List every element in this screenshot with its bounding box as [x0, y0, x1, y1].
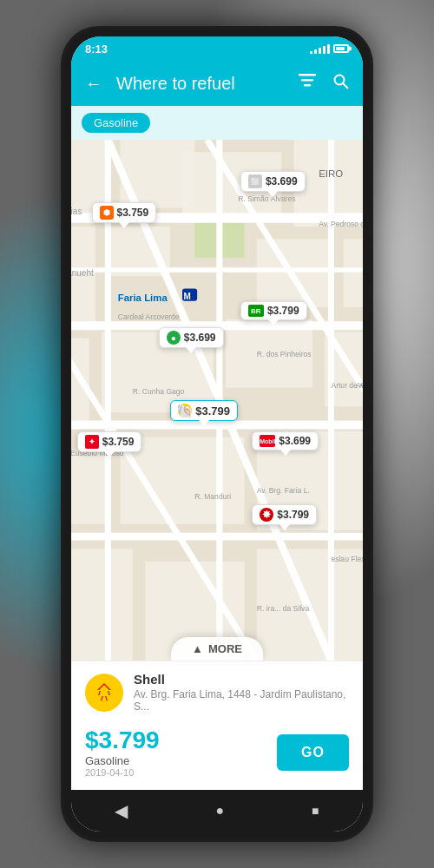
price-pin-5[interactable]: 🐚 $3.799	[170, 400, 238, 421]
svg-point-3	[335, 75, 345, 84]
nav-home-button[interactable]: ●	[194, 796, 245, 825]
svg-rect-2	[304, 84, 311, 87]
back-button[interactable]: ←	[82, 70, 106, 97]
status-icons	[310, 43, 349, 54]
pin-price-2: $3.699	[266, 175, 298, 187]
fuel-type: Gasoline	[85, 754, 277, 767]
station-address: Av. Brg. Faria Lima, 1448 - Jardim Pauli…	[134, 688, 349, 713]
pin-price-1: $3.759	[117, 207, 149, 219]
nav-recent-button[interactable]: ■	[291, 797, 339, 825]
go-button[interactable]: GO	[277, 734, 349, 771]
price-row: $3.799 Gasoline 2019-04-10 GO	[71, 720, 363, 790]
pin-logo-3: ●	[167, 331, 181, 345]
signal-icon	[310, 43, 330, 54]
filter-bar: Gasoline	[71, 106, 363, 140]
pin-logo-4: BR	[248, 305, 264, 317]
svg-text:Faria Lima: Faria Lima	[118, 293, 168, 303]
nav-bar: ◀ ● ■	[71, 790, 363, 832]
pin-price-5: $3.799	[195, 404, 230, 418]
svg-text:R. Manduri: R. Manduri	[194, 492, 231, 501]
price-pin-3[interactable]: ● $3.699	[159, 327, 224, 348]
header: ← Where to refuel	[71, 61, 363, 106]
pin-logo-5: 🐚	[178, 404, 192, 418]
pin-logo-2: ⬜	[248, 174, 262, 188]
battery-fill	[336, 47, 345, 50]
svg-text:Av. Rebouças: Av. Rebouças	[356, 381, 363, 390]
pin-price-6: $3.759	[102, 436, 135, 448]
phone-frame: 8:13 ← Where to refuel	[61, 26, 373, 842]
pin-price-7: $3.699	[279, 435, 311, 447]
svg-text:Av. Brg. Faria L.: Av. Brg. Faria L.	[257, 486, 310, 495]
svg-text:Cardeal Arcoverde: Cardeal Arcoverde	[118, 312, 180, 321]
svg-text:M: M	[183, 292, 190, 301]
pin-price-4: $3.799	[267, 305, 299, 317]
station-info: Shell Av. Brg. Faria Lima, 1448 - Jardim…	[71, 661, 363, 720]
battery-icon	[333, 44, 349, 53]
pin-logo-1: ⬢	[100, 206, 114, 220]
price-value: $3.799	[85, 727, 277, 754]
svg-text:Av. Pedroso de Mor: Av. Pedroso de Mor	[319, 220, 363, 228]
svg-rect-0	[299, 74, 316, 76]
svg-text:Rua São Manueht: Rua São Manueht	[71, 268, 94, 278]
status-time: 8:13	[85, 43, 108, 56]
filter-icon[interactable]	[295, 70, 319, 97]
svg-rect-21	[71, 549, 133, 661]
header-actions	[295, 70, 352, 97]
map-area[interactable]: R. Fernão Dias Rua São Manueht EIRO Fari…	[71, 140, 363, 661]
svg-text:eslau Flexa: eslau Flexa	[331, 555, 363, 563]
price-pin-6[interactable]: ✦ $3.759	[77, 431, 142, 452]
shell-logo-svg	[91, 680, 117, 706]
svg-text:R. dos Pinheiros: R. dos Pinheiros	[257, 350, 312, 358]
station-details: Shell Av. Brg. Faria Lima, 1448 - Jardim…	[134, 672, 349, 713]
phone-screen: 8:13 ← Where to refuel	[71, 36, 363, 832]
price-pin-4[interactable]: BR $3.799	[240, 301, 307, 320]
page-title: Where to refuel	[116, 74, 285, 94]
price-main: $3.799 Gasoline 2019-04-10	[85, 727, 277, 778]
pin-price-8: $3.799	[277, 509, 309, 521]
price-pin-2[interactable]: ⬜ $3.699	[240, 171, 306, 192]
svg-text:R. ira... da Silva: R. ira... da Silva	[257, 604, 310, 613]
svg-rect-13	[344, 239, 363, 307]
status-bar: 8:13	[71, 36, 363, 61]
price-date: 2019-04-10	[85, 767, 277, 778]
nav-back-button[interactable]: ◀	[94, 793, 148, 828]
pin-logo-7: Mobil	[260, 435, 275, 447]
station-card: Shell Av. Brg. Faria Lima, 1448 - Jardim…	[71, 661, 363, 790]
pin-logo-6: ✦	[85, 435, 99, 449]
price-pin-7[interactable]: Mobil $3.699	[252, 431, 319, 450]
svg-text:R. Cunha Gago: R. Cunha Gago	[133, 387, 185, 396]
pin-price-3: $3.699	[184, 332, 216, 344]
more-label: MORE	[208, 642, 242, 655]
svg-rect-1	[301, 79, 313, 82]
price-pin-1[interactable]: ⬢ $3.759	[92, 202, 157, 223]
station-logo	[85, 674, 123, 712]
price-pin-8[interactable]: ✸ $3.799	[252, 504, 317, 525]
svg-text:EIRO: EIRO	[319, 168, 343, 179]
svg-text:R. Fernão Dias: R. Fernão Dias	[71, 207, 82, 216]
pin-logo-8: ✸	[260, 508, 273, 522]
svg-line-4	[343, 83, 348, 89]
gasoline-filter-chip[interactable]: Gasoline	[82, 113, 150, 133]
station-name: Shell	[134, 672, 349, 687]
more-button[interactable]: ▲ MORE	[171, 637, 263, 661]
more-icon: ▲	[192, 642, 203, 655]
svg-rect-18	[71, 450, 108, 524]
search-icon[interactable]	[330, 70, 352, 97]
